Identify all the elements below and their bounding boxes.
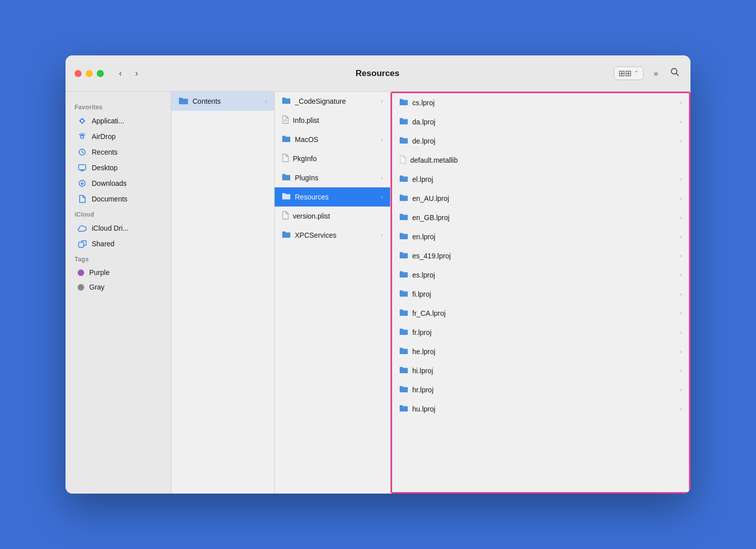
el-lproj-item[interactable]: el.lproj › bbox=[392, 170, 689, 189]
search-button[interactable] bbox=[668, 65, 681, 81]
pane-col2: _CodeSignature › Info.plist bbox=[275, 92, 391, 494]
macos-item[interactable]: MacOS › bbox=[275, 130, 390, 149]
hi-lproj-item[interactable]: hi.lproj › bbox=[392, 361, 689, 380]
folder-hr-icon bbox=[399, 385, 408, 394]
fr-chevron: › bbox=[680, 329, 682, 336]
file-version-plist-icon bbox=[282, 211, 289, 221]
contents-item[interactable]: Contents › bbox=[171, 92, 274, 111]
en_au-lproj-item[interactable]: en_AU.lproj › bbox=[392, 189, 689, 208]
es-lproj-item[interactable]: es.lproj › bbox=[392, 265, 689, 285]
es_419-chevron: › bbox=[680, 252, 682, 259]
version-plist-item[interactable]: version.plist bbox=[275, 207, 390, 226]
folder-cs-icon bbox=[399, 98, 408, 107]
finder-window: ‹ › Resources ⊞⊞ ⌃ » Favorites bbox=[66, 55, 690, 494]
he-chevron: › bbox=[680, 348, 682, 355]
svg-rect-6 bbox=[79, 242, 84, 247]
hu-lproj-item[interactable]: hu.lproj › bbox=[392, 399, 689, 419]
fi-lproj-item[interactable]: fi.lproj › bbox=[392, 285, 689, 304]
he-lproj-item[interactable]: he.lproj › bbox=[392, 342, 689, 361]
pkginfo-item[interactable]: PkgInfo bbox=[275, 149, 390, 168]
svg-rect-4 bbox=[79, 165, 86, 170]
window-title: Resources bbox=[148, 68, 607, 79]
cs-lproj-item[interactable]: cs.lproj › bbox=[392, 93, 689, 112]
cs-lproj-label: cs.lproj bbox=[412, 99, 676, 107]
folder-de-icon bbox=[399, 136, 408, 146]
fr-lproj-item[interactable]: fr.lproj › bbox=[392, 323, 689, 342]
svg-line-1 bbox=[676, 74, 679, 76]
da-lproj-item[interactable]: da.lproj › bbox=[392, 112, 689, 131]
sidebar-item-purple-tag[interactable]: Purple bbox=[69, 265, 168, 280]
de-lproj-label: de.lproj bbox=[412, 137, 676, 145]
en-lproj-item[interactable]: en.lproj › bbox=[392, 227, 689, 246]
close-button[interactable] bbox=[75, 70, 82, 77]
plugins-chevron: › bbox=[381, 174, 383, 181]
hi-chevron: › bbox=[680, 367, 682, 374]
more-button[interactable]: » bbox=[652, 67, 660, 80]
info-plist-label: Info.plist bbox=[293, 116, 383, 124]
default-metallib-item[interactable]: default.metallib bbox=[392, 151, 689, 170]
info-plist-item[interactable]: Info.plist bbox=[275, 111, 390, 130]
fi-chevron: › bbox=[680, 291, 682, 298]
da-chevron: › bbox=[680, 118, 682, 125]
icloud-drive-icon bbox=[78, 224, 87, 233]
hu-lproj-label: hu.lproj bbox=[412, 405, 676, 413]
sidebar-item-applications[interactable]: Applicati... bbox=[69, 113, 168, 128]
resources-chevron: › bbox=[381, 193, 383, 200]
sidebar-item-downloads[interactable]: Downloads bbox=[69, 176, 168, 191]
fr_ca-lproj-item[interactable]: fr_CA.lproj › bbox=[392, 304, 689, 323]
plugins-label: PlugIns bbox=[295, 174, 377, 182]
es_419-lproj-item[interactable]: es_419.lproj › bbox=[392, 246, 689, 265]
svg-point-2 bbox=[81, 135, 84, 139]
maximize-button[interactable] bbox=[97, 70, 104, 77]
downloads-label: Downloads bbox=[92, 179, 127, 187]
folder-da-icon bbox=[399, 117, 408, 126]
folder-macos-icon bbox=[282, 135, 291, 144]
folder-en_gb-icon bbox=[399, 213, 408, 222]
el-chevron: › bbox=[680, 176, 682, 183]
back-button[interactable]: ‹ bbox=[116, 66, 125, 81]
sidebar-item-icloud-drive[interactable]: iCloud Dri... bbox=[69, 221, 168, 236]
toolbar: ‹ › Resources ⊞⊞ ⌃ » bbox=[66, 55, 690, 92]
sidebar-item-airdrop[interactable]: AirDrop bbox=[69, 129, 168, 144]
main-content: Favorites Applicati... bbox=[66, 92, 690, 494]
folder-fi-icon bbox=[399, 290, 408, 299]
purple-tag-dot bbox=[78, 269, 84, 276]
file-panes: Contents › _CodeSignature › bbox=[171, 92, 690, 494]
en_gb-lproj-item[interactable]: en_GB.lproj › bbox=[392, 208, 689, 227]
forward-button[interactable]: › bbox=[132, 66, 141, 81]
sidebar-item-documents[interactable]: Documents bbox=[69, 191, 168, 207]
gray-tag-dot bbox=[78, 284, 84, 291]
view-switcher[interactable]: ⊞⊞ ⌃ bbox=[614, 66, 644, 80]
file-pkginfo-icon bbox=[282, 154, 289, 164]
documents-label: Documents bbox=[92, 195, 128, 203]
en-chevron: › bbox=[680, 233, 682, 240]
desktop-icon bbox=[78, 163, 87, 172]
fr-lproj-label: fr.lproj bbox=[412, 328, 676, 336]
xpcservices-item[interactable]: XPCServices › bbox=[275, 226, 390, 245]
resources-item[interactable]: Resources › bbox=[275, 187, 390, 207]
sidebar: Favorites Applicati... bbox=[66, 92, 171, 494]
folder-codesignature-icon bbox=[282, 97, 291, 106]
applications-icon bbox=[78, 116, 87, 125]
minimize-button[interactable] bbox=[86, 70, 93, 77]
favorites-section-title: Favorites bbox=[66, 100, 171, 113]
hu-chevron: › bbox=[680, 405, 682, 413]
de-lproj-item[interactable]: de.lproj › bbox=[392, 131, 689, 151]
gray-tag-label: Gray bbox=[89, 283, 104, 291]
folder-plugins-icon bbox=[282, 173, 291, 182]
codesignature-item[interactable]: _CodeSignature › bbox=[275, 92, 390, 111]
sidebar-item-desktop[interactable]: Desktop bbox=[69, 160, 168, 175]
icloud-drive-label: iCloud Dri... bbox=[92, 224, 129, 232]
hr-lproj-item[interactable]: hr.lproj › bbox=[392, 380, 689, 399]
sidebar-item-shared[interactable]: Shared bbox=[69, 236, 168, 251]
hi-lproj-label: hi.lproj bbox=[412, 367, 676, 375]
folder-en-icon bbox=[399, 232, 408, 241]
en-lproj-label: en.lproj bbox=[412, 233, 676, 241]
sidebar-item-gray-tag[interactable]: Gray bbox=[69, 280, 168, 294]
fr_ca-lproj-label: fr_CA.lproj bbox=[412, 309, 676, 317]
folder-resources-icon bbox=[282, 192, 291, 201]
folder-fr-icon bbox=[399, 328, 408, 337]
sidebar-item-recents[interactable]: Recents bbox=[69, 145, 168, 160]
plugins-item[interactable]: PlugIns › bbox=[275, 168, 390, 187]
codesignature-chevron: › bbox=[381, 98, 383, 105]
